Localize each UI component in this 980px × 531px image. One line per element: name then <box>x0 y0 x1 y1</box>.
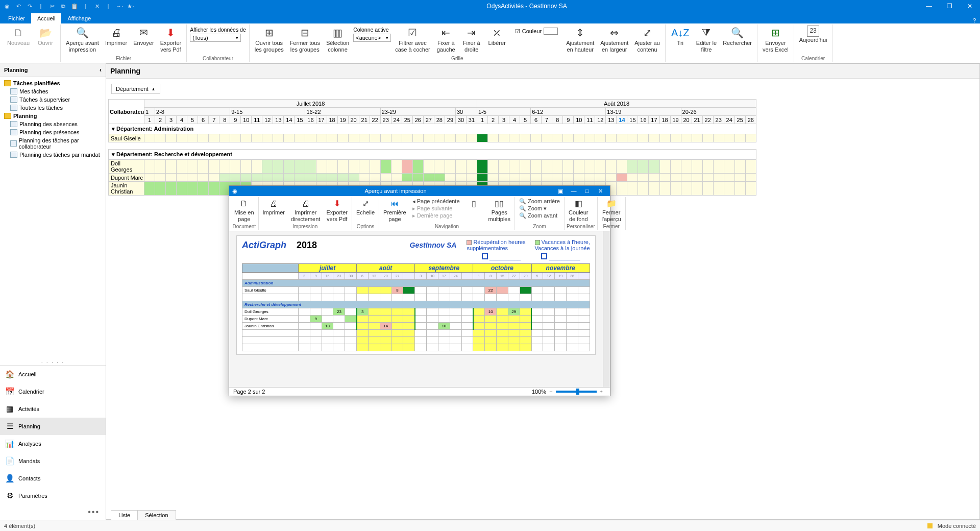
cell[interactable] <box>380 160 391 174</box>
cell[interactable] <box>702 160 713 174</box>
cell[interactable] <box>155 160 166 174</box>
cell[interactable] <box>177 174 187 182</box>
zoom-plus-button[interactable]: + <box>600 389 603 395</box>
delete-icon[interactable]: ✕ <box>93 2 101 10</box>
day-header[interactable]: 20 <box>681 116 692 124</box>
planning-grid[interactable]: CollaborateursJuillet 2018Août 201812-89… <box>108 99 977 196</box>
cell[interactable] <box>531 134 542 142</box>
day-header[interactable]: 12 <box>262 116 273 124</box>
day-header[interactable]: 24 <box>724 116 734 124</box>
day-header[interactable]: 8 <box>552 116 563 124</box>
day-header[interactable]: 17 <box>316 116 327 124</box>
cell[interactable] <box>209 160 219 174</box>
cell[interactable] <box>488 174 499 182</box>
cell[interactable] <box>370 134 380 142</box>
day-header[interactable]: 23 <box>713 116 724 124</box>
nav-activites[interactable]: ▦Activités <box>0 400 106 418</box>
cell[interactable] <box>262 160 273 174</box>
day-header[interactable]: 21 <box>692 116 702 124</box>
cell[interactable] <box>284 160 295 174</box>
nav-analyses[interactable]: 📊Analyses <box>0 435 106 452</box>
cell[interactable] <box>681 182 692 196</box>
cell[interactable] <box>230 174 241 182</box>
cell[interactable] <box>509 160 520 174</box>
cell[interactable] <box>402 160 412 174</box>
cell[interactable] <box>627 174 638 182</box>
cell[interactable] <box>627 160 638 174</box>
multi-page-button[interactable]: ▯▯Pages multiples <box>486 197 512 223</box>
folder-tasks[interactable]: Tâches planifiées <box>1 79 105 87</box>
cell[interactable] <box>542 174 552 182</box>
cell[interactable] <box>219 134 230 142</box>
cell[interactable] <box>370 160 380 174</box>
nav-parametres[interactable]: ⚙Paramètres <box>0 487 106 504</box>
cell[interactable] <box>745 134 756 142</box>
day-header[interactable]: 14 <box>617 116 627 124</box>
cell[interactable] <box>574 160 584 174</box>
cell[interactable] <box>412 160 423 174</box>
cell[interactable] <box>295 160 305 174</box>
cell[interactable] <box>434 134 445 142</box>
cell[interactable] <box>552 174 563 182</box>
cell[interactable] <box>638 160 649 174</box>
cell[interactable] <box>692 160 702 174</box>
day-header[interactable]: 4 <box>177 116 187 124</box>
cell[interactable] <box>477 174 487 182</box>
cell[interactable] <box>402 134 412 142</box>
cell[interactable] <box>359 134 370 142</box>
scale-button[interactable]: ⤢Echelle <box>354 197 377 217</box>
cell[interactable] <box>219 174 230 182</box>
day-header[interactable]: 26 <box>412 116 423 124</box>
cell[interactable] <box>327 134 337 142</box>
cell[interactable] <box>423 174 434 182</box>
cell[interactable] <box>380 174 391 182</box>
cell[interactable] <box>252 134 262 142</box>
cell[interactable] <box>198 160 209 174</box>
cell[interactable] <box>198 134 209 142</box>
export-excel-button[interactable]: ⊞Envoyer vers Excel <box>761 25 791 54</box>
print-preview-button[interactable]: 🔍Aperçu avant impression <box>64 25 101 54</box>
cell[interactable] <box>241 174 252 182</box>
col-active-combo[interactable]: <aucune> <box>353 34 391 42</box>
cell[interactable] <box>177 182 187 196</box>
cell[interactable] <box>745 182 756 196</box>
tree-item-taches-mandat[interactable]: Planning des tâches par mandat <box>1 151 105 159</box>
day-header[interactable]: 29 <box>445 116 455 124</box>
maximize-button[interactable]: ❐ <box>939 0 960 12</box>
cell[interactable] <box>177 160 187 174</box>
folder-planning[interactable]: Planning <box>1 112 105 120</box>
cell[interactable] <box>713 174 724 182</box>
cell[interactable] <box>252 174 262 182</box>
cell[interactable] <box>552 134 563 142</box>
print-direct-button[interactable]: 🖨Imprimer directement <box>289 197 322 223</box>
cell[interactable] <box>455 160 466 174</box>
cell[interactable] <box>627 134 638 142</box>
day-header[interactable]: 25 <box>402 116 412 124</box>
row-name[interactable]: Dupont Marc <box>109 174 144 182</box>
cell[interactable] <box>295 134 305 142</box>
fit-content-button[interactable]: ⤢Ajuster au contenu <box>632 25 662 54</box>
day-header[interactable]: 28 <box>434 116 445 124</box>
cell[interactable] <box>542 160 552 174</box>
tree-item-superviser[interactable]: Tâches à superviser <box>1 95 105 104</box>
day-header[interactable]: 11 <box>584 116 595 124</box>
cell[interactable] <box>241 134 252 142</box>
cell[interactable] <box>316 174 327 182</box>
paste-icon[interactable]: 📋 <box>70 2 79 10</box>
cell[interactable] <box>499 174 509 182</box>
day-header[interactable]: 9 <box>230 116 241 124</box>
zoom-out-button[interactable]: 🔍 Zoom arrière <box>519 198 560 205</box>
dept-header[interactable]: ▾ Département: Recherche et développemen… <box>109 150 756 160</box>
prev-page-button[interactable]: ◂ Page précédente <box>412 198 460 205</box>
cell[interactable] <box>734 134 745 142</box>
cell[interactable] <box>198 174 209 182</box>
tree-item-taches-collab[interactable]: Planning des tâches par collaborateur <box>1 136 105 151</box>
cell[interactable] <box>617 174 627 182</box>
cell[interactable] <box>584 134 595 142</box>
day-header[interactable]: 2 <box>155 116 166 124</box>
cell[interactable] <box>702 174 713 182</box>
cell[interactable] <box>606 134 617 142</box>
page-setup-button[interactable]: 🗎Mise en page <box>232 197 256 223</box>
dept-header[interactable]: ▾ Département: Administration <box>109 124 756 134</box>
copy-icon[interactable]: ⧉ <box>59 2 67 10</box>
